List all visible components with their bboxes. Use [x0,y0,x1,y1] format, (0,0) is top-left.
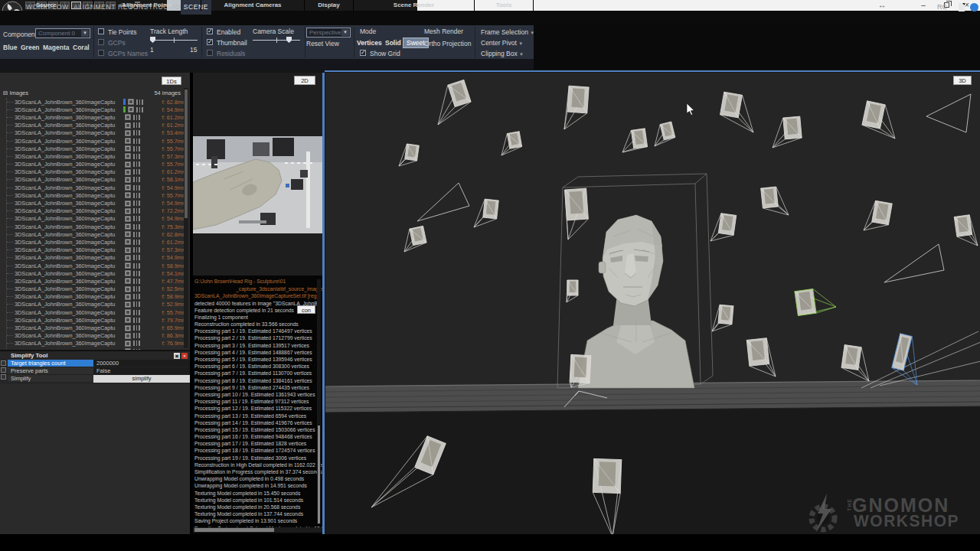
enabled-checkbox[interactable] [207,28,213,34]
image-row[interactable]: 3DScanLA_JohnBrown_360ImageCaptuf: 52.5m… [7,285,187,293]
target-triangles-row[interactable]: Target triangles count 2000000 [8,360,190,367]
image-row[interactable]: 3DScanLA_JohnBrown_360ImageCaptuf: 75.3m… [7,223,187,230]
row-value[interactable]: 2000000 [93,360,190,367]
color-green-button[interactable]: Green [21,44,40,51]
bust-model[interactable] [578,215,694,388]
image-row[interactable]: 3DScanLA_JohnBrown_360ImageCaptuf: 61.2m… [7,122,187,129]
frame-selection-dropdown[interactable]: Frame Selection ▼ [481,28,534,36]
camera-frustum[interactable] [862,101,895,139]
camera-frustum[interactable] [795,289,836,315]
image-row[interactable]: 3DScanLA_JohnBrown_360ImageCaptuf: 58.1m… [7,176,187,184]
camera-frustum-wire[interactable] [884,244,944,282]
camera-frustum[interactable] [565,188,589,240]
image-row[interactable]: 3DScanLA_JohnBrown_360ImageCaptuf: 73.8m… [7,347,187,350]
camera-frustum[interactable] [564,86,589,129]
camera-scale-slider[interactable] [253,40,300,41]
solid-button[interactable]: Solid [385,39,401,47]
simplify-button[interactable]: simplify [93,375,190,383]
row-value[interactable]: False [93,367,190,375]
console-panel[interactable]: G:\John Brown\Head Rig - Sculpture\01_ca… [193,276,322,536]
rc-logo-icon[interactable] [970,3,978,11]
thumbnail-checkbox[interactable] [207,39,213,45]
simplify-row[interactable]: Simplify simplify [8,375,190,383]
camera-frustum[interactable] [399,144,419,166]
image-row[interactable]: 3DScanLA_JohnBrown_360ImageCaptuf: 86.3m… [7,332,187,340]
scrollbar-thumb[interactable] [318,425,320,523]
clipping-box-dropdown[interactable]: Clipping Box ▼ [481,50,524,57]
track-length-slider[interactable] [150,40,198,41]
image-row[interactable]: 3DScanLA_JohnBrown_360ImageCaptuf: 55.7m… [7,191,187,199]
panel-side-icon[interactable] [1,360,6,366]
camera-frustum-wire[interactable] [417,183,469,221]
image-row[interactable]: 3DScanLA_JohnBrown_360ImageCaptuf: 58.9m… [7,293,187,301]
image-row[interactable]: 3DScanLA_JohnBrown_360ImageCaptuf: 55.7m… [7,145,187,152]
vertices-button[interactable]: Vertices [357,39,382,47]
close-panel-icon[interactable]: × [181,353,188,359]
image-row[interactable]: 3DScanLA_JohnBrown_360ImageCaptuf: 54.9m… [7,254,187,262]
3d-viewport[interactable] [325,73,980,536]
camera-frustum[interactable] [892,334,917,385]
camera-frustum[interactable] [710,214,737,241]
scrollbar-thumb[interactable] [185,90,188,218]
ortho-projection-label[interactable]: Ortho Projection [424,40,471,47]
simplify-tool-header[interactable]: Simplify Tool ▣ × [0,351,190,360]
panel-side-icon[interactable] [1,367,6,373]
camera-frustum[interactable] [712,305,733,331]
color-coral-button[interactable]: Coral [73,44,90,51]
show-grid-checkbox[interactable] [360,50,366,56]
camera-frustum[interactable] [746,338,776,377]
color-blue-button[interactable]: Blue [3,44,17,51]
center-pivot-dropdown[interactable]: Center Pivot ▼ [481,39,523,47]
image-row[interactable]: 3DScanLA_JohnBrown_360ImageCaptuf: 57.3m… [7,152,187,160]
camera-frustum[interactable] [404,226,426,252]
image-row[interactable]: 3DScanLA_JohnBrown_360ImageCaptuf: 47.7m… [7,277,187,285]
camera-frustum[interactable] [841,345,869,381]
scrollbar-thumb[interactable] [194,528,274,532]
camera-frustum[interactable] [622,129,648,152]
image-row[interactable]: 3DScanLA_JohnBrown_360ImageCaptuf: 61.2m… [7,238,187,246]
document-icon[interactable] [959,3,965,11]
camera-frustum[interactable] [773,116,802,148]
camera-frustum[interactable] [474,199,498,227]
image-row[interactable]: 3DScanLA_JohnBrown_360ImageCaptuf: 52.9m… [7,301,187,308]
tab-console[interactable]: con [297,305,315,314]
chevron-down-icon[interactable]: ▼ [341,29,349,36]
image-row[interactable]: 3DScanLA_JohnBrown_360ImageCaptuf: 55.7m… [7,161,187,168]
camera-frustum[interactable] [570,354,591,387]
image-row[interactable]: 3DScanLA_JohnBrown_360ImageCaptuf: 72.2m… [7,207,187,215]
tab-1ds[interactable]: 1Ds [162,77,181,85]
image-row[interactable]: 3DScanLA_JohnBrown_360ImageCaptuf: 62.8m… [7,98,187,106]
pin-panel-icon[interactable]: ▣ [174,353,180,359]
color-magenta-button[interactable]: Magenta [43,44,69,51]
image-row[interactable]: 3DScanLA_JohnBrown_360ImageCaptuf: 54.1m… [7,269,187,277]
image-row[interactable]: 3DScanLA_JohnBrown_360ImageCaptuf: 62.8m… [7,230,187,238]
gcps-names-checkbox[interactable] [98,50,104,56]
image-row[interactable]: 3DScanLA_JohnBrown_360ImageCaptuf: 55.7m… [7,308,187,316]
minimize-button[interactable]: – [916,0,930,11]
camera-frustum[interactable] [567,280,578,302]
camera-frustum-wire[interactable] [926,94,971,132]
panel-side-icon[interactable] [1,374,6,380]
image-row[interactable]: 3DScanLA_JohnBrown_360ImageCaptuf: 55.7m… [7,137,187,145]
camera-frustum[interactable] [438,80,471,125]
residuals-checkbox[interactable] [207,50,213,56]
reset-view-button[interactable]: Reset View [306,40,339,47]
chevron-down-icon[interactable]: ▼ [81,30,89,37]
image-row[interactable]: 3DScanLA_JohnBrown_360ImageCaptuf: 54.9m… [7,106,187,113]
pan-window-icon[interactable]: ↔ [875,0,889,11]
image-row[interactable]: 3DScanLA_JohnBrown_360ImageCaptuf: 65.9m… [7,324,187,331]
camera-frustum[interactable] [655,122,675,146]
image-row[interactable]: 3DScanLA_JohnBrown_360ImageCaptuf: 54.9m… [7,215,187,223]
image-row[interactable]: 3DScanLA_JohnBrown_360ImageCaptuf: 61.2m… [7,113,187,121]
gcps-checkbox[interactable] [98,39,104,45]
camera-frustum[interactable] [720,92,753,132]
tab-2d[interactable]: 2D [294,76,315,85]
camera-frustum[interactable] [501,132,522,155]
camera-frustum[interactable] [864,201,892,230]
preserve-parts-row[interactable]: Preserve parts False [8,367,190,375]
image-row[interactable]: 3DScanLA_JohnBrown_360ImageCaptuf: 57.3m… [7,246,187,254]
projection-combobox[interactable]: Perspective▼ [306,28,351,37]
image-row[interactable]: 3DScanLA_JohnBrown_360ImageCaptuf: 76.9m… [7,340,187,347]
mesh-render-label[interactable]: Mesh Render [424,28,463,35]
image-row[interactable]: 3DScanLA_JohnBrown_360ImageCaptuf: 53.4m… [7,129,187,137]
